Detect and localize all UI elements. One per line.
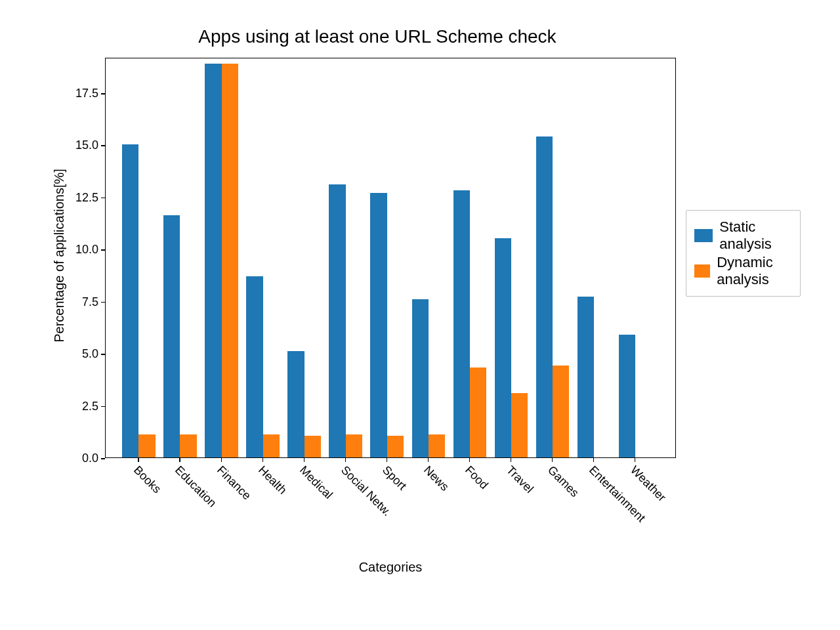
y-tick-label: 5.0 [82,347,98,361]
chart-title: Apps using at least one URL Scheme check [92,26,663,47]
legend-swatch-dynamic [694,264,710,278]
legend-label-dynamic: Dynamic analysis [717,254,792,288]
y-tick-label: 0.0 [82,452,98,465]
bar-static [163,215,180,457]
x-tick [138,458,139,462]
bar-dynamic [346,434,362,457]
bar-dynamic [511,393,528,457]
legend: Static analysis Dynamic analysis [686,210,801,297]
x-tick [511,458,512,462]
bar-dynamic [222,64,238,457]
x-tick [428,458,429,462]
bar-dynamic [553,366,569,457]
x-tick-label: Food [462,463,491,492]
x-tick [221,458,222,462]
x-tick-label: Games [545,463,581,500]
x-tick [304,458,305,462]
bar-dynamic [387,436,404,457]
x-axis: BooksEducationFinanceHealthMedicalSocial… [105,458,676,576]
y-tick-label: 12.5 [75,190,98,204]
x-tick-label: News [421,463,452,494]
x-tick-label: Medical [297,463,335,502]
bar-static [412,299,429,457]
legend-label-static: Static analysis [719,219,792,253]
x-tick-label: Finance [214,463,253,503]
chart-container: Apps using at least one URL Scheme check… [52,26,801,591]
x-tick-label: Sport [379,463,409,493]
bar-static [287,351,304,457]
bar-static [370,193,387,457]
x-tick [345,458,346,462]
x-tick [387,458,388,462]
bar-static [453,190,470,457]
x-axis-label: Categories [105,560,676,575]
x-tick-label: Travel [503,463,536,496]
bar-dynamic [470,368,486,457]
x-tick [552,458,553,462]
y-tick-label: 7.5 [82,295,98,308]
legend-item-dynamic: Dynamic analysis [694,254,792,288]
bar-dynamic [180,434,196,457]
bar-static [205,64,221,457]
bar-dynamic [429,434,445,457]
plot-area [105,58,676,458]
y-tick-label: 17.5 [75,87,98,100]
y-tick-label: 2.5 [82,399,98,413]
x-tick [262,458,264,462]
bar-dynamic [138,434,155,457]
x-tick-label: Weather [627,463,669,505]
legend-item-static: Static analysis [694,219,792,253]
legend-swatch-static [694,229,713,242]
bar-static [578,297,594,457]
bar-dynamic [304,436,321,457]
x-tick [179,458,180,462]
x-tick [635,458,636,462]
y-axis: Percentage of applications[%] 0.02.55.07… [52,58,105,458]
x-tick-label: Education [173,463,219,510]
bar-dynamic [263,434,280,457]
y-tick-label: 10.0 [75,243,98,257]
x-tick-label: Health [255,463,289,497]
x-tick [469,458,471,462]
bar-static [495,238,511,457]
x-tick [593,458,595,462]
y-axis-label: Percentage of applications[%] [52,158,67,354]
bar-static [122,144,138,457]
x-tick-label: Books [131,463,164,496]
bar-static [246,276,262,457]
bar-static [536,136,553,457]
y-tick-label: 15.0 [75,138,98,152]
bar-static [619,335,635,457]
bar-static [329,184,345,457]
